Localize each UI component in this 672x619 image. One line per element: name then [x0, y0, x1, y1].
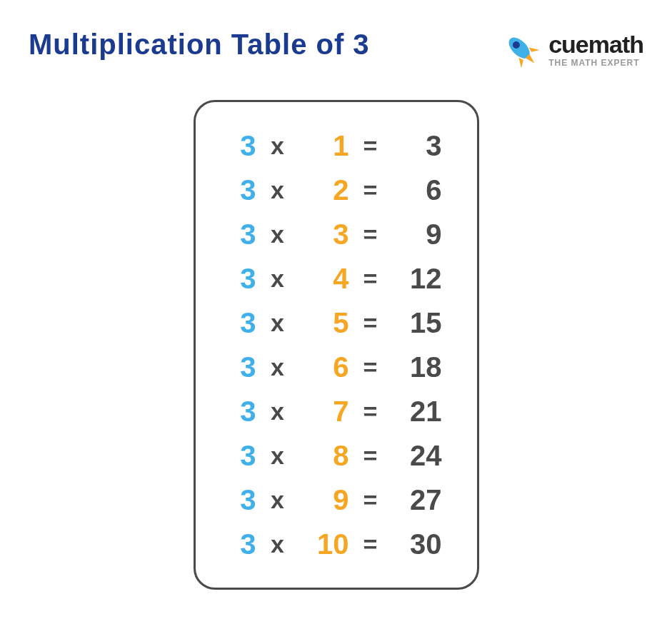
- times-operator: x: [264, 171, 292, 209]
- table-row: 3 x 3 = 9: [217, 212, 456, 256]
- brand-name-part2: math: [588, 31, 643, 58]
- equals-sign: =: [356, 304, 385, 342]
- table-row: 3 x 10 = 30: [217, 522, 456, 566]
- equals-sign: =: [356, 525, 385, 563]
- times-operator: x: [264, 216, 292, 253]
- equals-sign: =: [356, 393, 385, 431]
- times-operator: x: [264, 393, 292, 431]
- result: 30: [392, 522, 442, 566]
- equals-sign: =: [356, 216, 385, 253]
- base-number: 3: [217, 124, 256, 168]
- table-row: 3 x 2 = 6: [217, 168, 456, 212]
- brand-name-part1: cue: [548, 31, 588, 58]
- multiplier: 10: [299, 522, 349, 566]
- times-operator: x: [264, 437, 292, 475]
- base-number: 3: [217, 168, 256, 212]
- times-operator: x: [264, 127, 292, 165]
- multiplier: 1: [299, 124, 349, 168]
- equals-sign: =: [356, 437, 385, 475]
- multiplier: 3: [299, 212, 349, 256]
- result: 15: [392, 301, 442, 345]
- table-row: 3 x 1 = 3: [217, 124, 456, 168]
- table-row: 3 x 5 = 15: [217, 301, 456, 345]
- result: 12: [392, 256, 442, 301]
- multiplier: 6: [299, 345, 349, 389]
- rocket-icon: [500, 29, 543, 71]
- base-number: 3: [217, 301, 256, 345]
- page-title: Multiplication Table of 3: [29, 29, 370, 61]
- result: 24: [392, 433, 442, 478]
- equals-sign: =: [356, 481, 385, 519]
- result: 21: [392, 389, 442, 433]
- table-row: 3 x 4 = 12: [217, 256, 456, 301]
- equals-sign: =: [356, 260, 385, 298]
- table-row: 3 x 6 = 18: [217, 345, 456, 389]
- multiplier: 8: [299, 433, 349, 478]
- table-row: 3 x 7 = 21: [217, 389, 456, 433]
- result: 3: [392, 124, 442, 168]
- equals-sign: =: [356, 127, 385, 165]
- base-number: 3: [217, 433, 256, 478]
- multiplier: 4: [299, 256, 349, 301]
- equals-sign: =: [356, 348, 385, 386]
- base-number: 3: [217, 256, 256, 301]
- base-number: 3: [217, 478, 256, 522]
- header: Multiplication Table of 3 cuemath THE MA…: [0, 0, 672, 71]
- multiplier: 2: [299, 168, 349, 212]
- times-operator: x: [264, 304, 292, 342]
- brand-name: cuemath: [548, 32, 643, 56]
- table-row: 3 x 8 = 24: [217, 433, 456, 478]
- multiplier: 7: [299, 389, 349, 433]
- result: 6: [392, 168, 442, 212]
- brand-tagline: THE MATH EXPERT: [548, 58, 643, 68]
- times-operator: x: [264, 260, 292, 298]
- result: 9: [392, 212, 442, 256]
- times-operator: x: [264, 348, 292, 386]
- base-number: 3: [217, 212, 256, 256]
- brand-logo: cuemath THE MATH EXPERT: [500, 29, 643, 71]
- result: 27: [392, 478, 442, 522]
- base-number: 3: [217, 345, 256, 389]
- equals-sign: =: [356, 171, 385, 209]
- multiplier: 9: [299, 478, 349, 522]
- times-operator: x: [264, 525, 292, 563]
- brand-text: cuemath THE MATH EXPERT: [548, 32, 643, 68]
- times-operator: x: [264, 481, 292, 519]
- table-row: 3 x 9 = 27: [217, 478, 456, 522]
- base-number: 3: [217, 522, 256, 566]
- result: 18: [392, 345, 442, 389]
- multiplication-table: 3 x 1 = 3 3 x 2 = 6 3 x 3 = 9 3 x 4 = 12…: [194, 100, 479, 590]
- base-number: 3: [217, 389, 256, 433]
- multiplier: 5: [299, 301, 349, 345]
